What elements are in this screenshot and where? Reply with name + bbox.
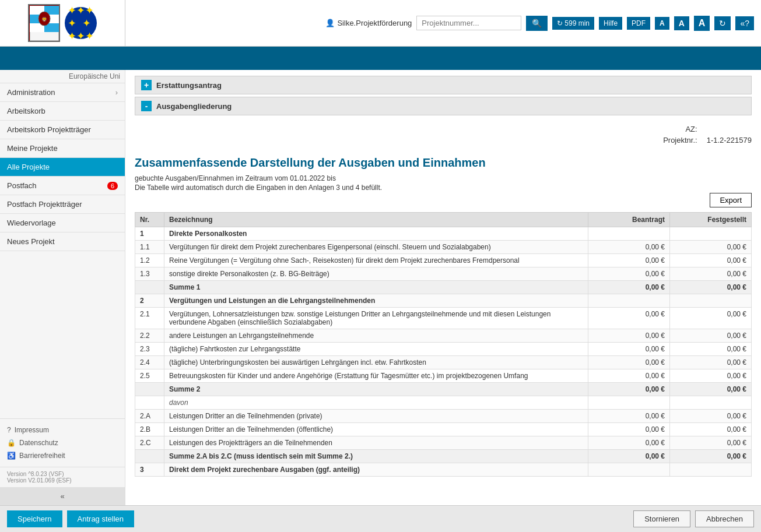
timer-button[interactable]: ↻ 599 min (552, 17, 594, 30)
table-row: 2.4(tägliche) Unterbringungskosten bei a… (135, 356, 752, 369)
impressum-icon: ? (7, 426, 11, 434)
table-row: 2.3(tägliche) Fahrtkosten zur Lehrgangss… (135, 343, 752, 356)
subtitle-1: gebuchte Ausgaben/Einnahmen im Zeitraum … (135, 174, 752, 182)
antrag-button[interactable]: Antrag stellen (67, 510, 135, 527)
ausgabengliederung-toggle[interactable]: - (141, 101, 152, 111)
cell-nr: 2.A (135, 410, 164, 423)
sidebar-label-postfach: Postfach (7, 181, 37, 190)
table-row: 3Direkt dem Projekt zurechenbare Ausgabe… (135, 463, 752, 477)
erstattungsantrag-section-header[interactable]: + Erstattungsantrag (135, 76, 752, 94)
sidebar-item-arbeitskorb[interactable]: Arbeitskorb (0, 102, 125, 121)
font-small-button[interactable]: A (655, 17, 669, 30)
datenschutz-link[interactable]: 🔒 Datenschutz (7, 436, 118, 449)
cell-nr: 2 (135, 294, 164, 308)
cell-bezeichnung: Leistungen Dritter an die Teilnehmenden … (164, 410, 588, 423)
eu-logo: ✦✦✦✦ ✦✦✦✦ (65, 7, 97, 39)
postfach-badge: 6 (107, 182, 118, 190)
sidebar-label-alle-projekte: Alle Projekte (7, 163, 50, 171)
footer-left: Speichern Antrag stellen (7, 510, 134, 527)
cell-bezeichnung: sonstige direkte Personalkosten (z. B. B… (164, 267, 588, 281)
sidebar-item-alle-projekte[interactable]: Alle Projekte (0, 158, 125, 177)
col-nr: Nr. (135, 213, 164, 227)
sidebar-item-postfach[interactable]: Postfach 6 (0, 177, 125, 195)
az-projektnr-section: AZ: Projektnr.: 1-1.2-221579 (135, 120, 752, 149)
sidebar-item-neues-projekt[interactable]: Neues Projekt (0, 232, 125, 251)
cell-festgestellt (670, 396, 752, 410)
cell-beantragt: 0,00 € (588, 329, 670, 343)
cell-beantragt: 0,00 € (588, 369, 670, 383)
table-row: 2.ALeistungen Dritter an die Teilnehmend… (135, 410, 752, 423)
cell-beantragt: 0,00 € (588, 308, 670, 329)
font-medium-button[interactable]: A (674, 16, 689, 30)
cell-festgestellt: 0,00 € (670, 423, 752, 436)
sidebar-item-wiedervorlage[interactable]: Wiedervorlage (0, 214, 125, 232)
sidebar-label-arbeitskorb: Arbeitskorb (7, 107, 45, 115)
cell-bezeichnung: davon (164, 396, 588, 410)
save-button[interactable]: Speichern (7, 510, 62, 527)
table-row: Summe 2.A bis 2.C (muss identisch sein m… (135, 450, 752, 463)
sidebar-item-postfach-pt[interactable]: Postfach Projektträger (0, 195, 125, 214)
barrierefreiheit-link[interactable]: ♿ Barrierefreiheit (7, 449, 118, 462)
impressum-link[interactable]: ? Impressum (7, 424, 118, 436)
sidebar-item-arbeitskorb-projekttraeger[interactable]: Arbeitskorb Projektträger (0, 121, 125, 139)
cell-nr: 2.4 (135, 356, 164, 369)
erstattungsantrag-toggle[interactable]: + (141, 80, 152, 90)
cell-nr: 2.5 (135, 369, 164, 383)
cell-festgestellt: 0,00 € (670, 356, 752, 369)
cell-nr (135, 383, 164, 396)
table-row: 2Vergütungen und Leistungen an die Lehrg… (135, 294, 752, 308)
ausgabengliederung-section-header[interactable]: - Ausgabengliederung (135, 97, 752, 115)
cell-festgestellt (670, 227, 752, 241)
table-row: 1Direkte Personalkosten (135, 227, 752, 241)
table-row: 1.2Reine Vergütungen (= Vergütung ohne S… (135, 254, 752, 267)
cell-nr (135, 396, 164, 410)
project-search-input[interactable] (416, 16, 521, 30)
cell-bezeichnung: Vergütungen für direkt dem Projekt zurec… (164, 241, 588, 254)
cell-nr: 1.3 (135, 267, 164, 281)
cell-bezeichnung: Summe 2.A bis 2.C (muss identisch sein m… (164, 450, 588, 463)
projektnr-value: 1-1.2-221579 (707, 136, 752, 145)
sidebar-collapse-button[interactable]: « (0, 487, 125, 505)
cell-festgestellt: 0,00 € (670, 241, 752, 254)
sidebar-label-meine-projekte: Meine Projekte (7, 144, 58, 153)
sidebar-label-arbeitskorb-pt: Arbeitskorb Projektträger (7, 125, 91, 134)
username-label: Silke.Projektförderung (337, 19, 412, 27)
az-grid: AZ: Projektnr.: 1-1.2-221579 (663, 125, 752, 145)
az-value (707, 125, 752, 133)
sidebar-label-administration: Administration (7, 88, 55, 97)
pdf-button[interactable]: PDF (627, 17, 650, 30)
font-large-button[interactable]: A (694, 16, 710, 31)
user-icon: 👤 (325, 19, 335, 27)
export-button[interactable]: Export (710, 193, 752, 207)
sidebar-label-wiedervorlage: Wiedervorlage (7, 219, 56, 227)
refresh-button[interactable]: ↻ (714, 16, 731, 30)
user-info: 👤 Silke.Projektförderung (325, 19, 412, 27)
cell-bezeichnung: Direkt dem Projekt zurechenbare Ausgaben… (164, 463, 588, 477)
back-button[interactable]: «? (735, 16, 754, 30)
table-row: 2.5Betreuungskosten für Kinder und ander… (135, 369, 752, 383)
cell-bezeichnung: Summe 1 (164, 281, 588, 294)
hilfe-button[interactable]: Hilfe (599, 17, 622, 30)
table-row: 2.CLeistungen des Projektträgers an die … (135, 436, 752, 450)
cell-bezeichnung: Summe 2 (164, 383, 588, 396)
stornieren-button[interactable]: Stornieren (633, 510, 690, 527)
sidebar-logo-text: Europäische Uni (0, 70, 125, 83)
bavaria-logo: 🦁 (28, 4, 60, 42)
cell-festgestellt: 0,00 € (670, 383, 752, 396)
sidebar-item-meine-projekte[interactable]: Meine Projekte (0, 139, 125, 158)
cell-festgestellt: 0,00 € (670, 267, 752, 281)
blue-banner (0, 47, 761, 70)
cell-bezeichnung: Betreuungskosten für Kinder und andere A… (164, 369, 588, 383)
search-button[interactable]: 🔍 (526, 16, 548, 31)
table-header-row: Nr. Bezeichnung Beantragt Festgestellt (135, 213, 752, 227)
table-row: davon (135, 396, 752, 410)
cell-beantragt (588, 227, 670, 241)
header-nav: 👤 Silke.Projektförderung 🔍 ↻ 599 min Hil… (125, 16, 761, 31)
sidebar-item-administration[interactable]: Administration › (0, 83, 125, 102)
cell-festgestellt (670, 294, 752, 308)
cell-beantragt: 0,00 € (588, 267, 670, 281)
table-row: 1.1Vergütungen für direkt dem Projekt zu… (135, 241, 752, 254)
erstattungsantrag-label: Erstattungsantrag (156, 81, 222, 90)
table-row: Summe 20,00 €0,00 € (135, 383, 752, 396)
abbrechen-button[interactable]: Abbrechen (695, 510, 754, 527)
